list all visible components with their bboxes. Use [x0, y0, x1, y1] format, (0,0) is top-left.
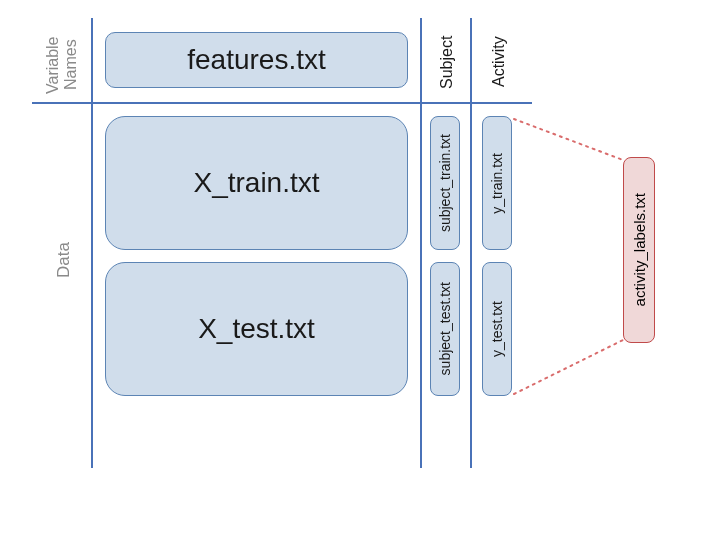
box-x-test: X_test.txt [105, 262, 408, 396]
box-subject-test: subject_test.txt [430, 262, 460, 396]
col-label-subject: Subject [438, 26, 456, 98]
grid-v-main-left [91, 18, 93, 468]
label-y-test: y_test.txt [489, 301, 505, 357]
grid-h-header [32, 102, 532, 104]
label-features: features.txt [187, 44, 326, 76]
box-activity-labels: activity_labels.txt [623, 157, 655, 343]
svg-line-0 [514, 119, 623, 160]
row-label-data: Data [54, 200, 74, 320]
grid-v-main-right [420, 18, 422, 468]
label-x-train: X_train.txt [193, 167, 319, 199]
col-label-activity: Activity [490, 26, 508, 98]
row-label-variable-names: Variable Names [44, 30, 80, 100]
grid-v-subject-r [470, 18, 472, 468]
box-y-train: y_train.txt [482, 116, 512, 250]
diagram-stage: Variable Names Data Subject Activity fea… [0, 0, 720, 540]
box-x-train: X_train.txt [105, 116, 408, 250]
label-x-test: X_test.txt [198, 313, 315, 345]
label-y-train: y_train.txt [489, 153, 505, 214]
label-activity-labels: activity_labels.txt [631, 193, 648, 306]
box-y-test: y_test.txt [482, 262, 512, 396]
box-subject-train: subject_train.txt [430, 116, 460, 250]
svg-line-1 [514, 340, 623, 394]
box-features: features.txt [105, 32, 408, 88]
label-subject-train: subject_train.txt [437, 134, 453, 232]
label-subject-test: subject_test.txt [437, 282, 453, 375]
